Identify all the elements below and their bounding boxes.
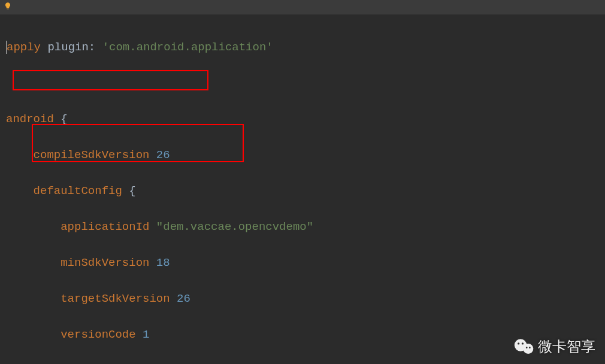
watermark-text: 微卡智享 [538, 338, 595, 356]
applicationId-key: applicationId [60, 220, 149, 233]
kw-android: android [6, 113, 54, 126]
code-text[interactable]: apply plugin: 'com.android.application' … [0, 14, 605, 364]
watermark: 微卡智享 [514, 338, 595, 356]
wechat-icon [514, 338, 534, 356]
minSdkVersion-val: 18 [156, 256, 170, 269]
svg-point-5 [529, 347, 531, 348]
targetSdkVersion-val: 26 [177, 292, 190, 305]
targetSdkVersion-key: targetSdkVersion [60, 292, 170, 305]
compileSdkVersion-key: compileSdkVersion [34, 148, 150, 162]
versionCode-val: 1 [143, 328, 149, 341]
lightbulb-icon [4, 2, 12, 10]
defaultConfig-key: defaultConfig [34, 184, 122, 198]
plugin-value: 'com.android.application' [102, 41, 273, 54]
code-editor[interactable]: apply plugin: 'com.android.application' … [0, 0, 605, 364]
svg-point-3 [522, 342, 524, 344]
versionCode-key: versionCode [60, 328, 135, 341]
svg-point-2 [518, 342, 519, 344]
svg-point-1 [523, 344, 533, 354]
svg-point-4 [526, 347, 528, 348]
kw-apply: apply [7, 41, 41, 54]
kw-plugin: plugin [47, 41, 88, 54]
minSdkVersion-key: minSdkVersion [60, 256, 149, 269]
hint-bar [0, 0, 605, 14]
applicationId-val: "dem.vaccae.opencvdemo" [156, 220, 313, 233]
compileSdkVersion-val: 26 [156, 148, 170, 162]
